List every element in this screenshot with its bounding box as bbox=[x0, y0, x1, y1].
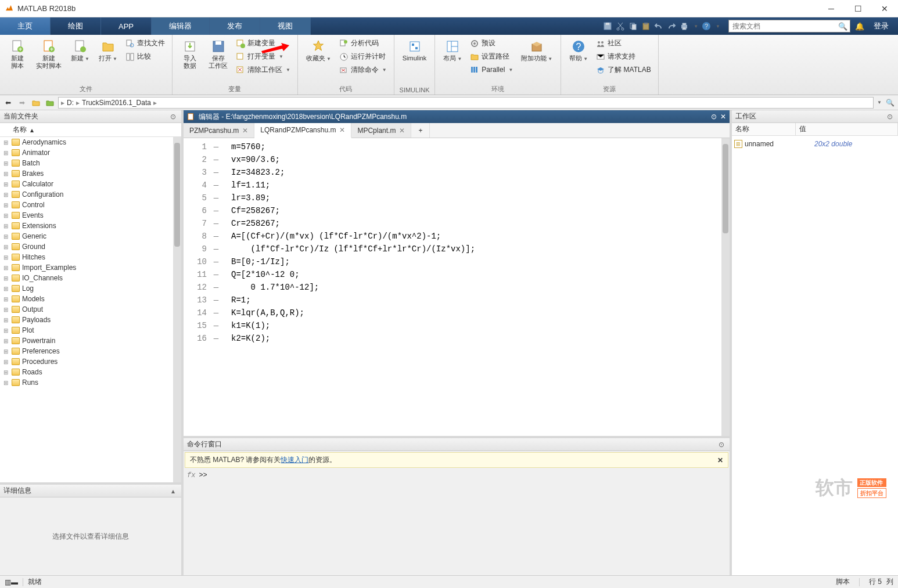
tab-publish[interactable]: 发布 bbox=[210, 17, 260, 35]
qat-dropdown-icon[interactable]: ▼ bbox=[694, 24, 698, 29]
workspace-body[interactable]: ⊞unnamed20x2 double bbox=[732, 136, 898, 575]
expand-icon[interactable]: ⊞ bbox=[3, 265, 9, 271]
tab-view[interactable]: 视图 bbox=[260, 17, 311, 35]
command-window-menu-button[interactable]: ⊙ bbox=[717, 440, 726, 449]
folder-item[interactable]: ⊞Batch bbox=[0, 158, 181, 168]
expand-icon[interactable]: ⊞ bbox=[3, 369, 9, 376]
folder-item[interactable]: ⊞Roads bbox=[0, 367, 181, 377]
addons-button[interactable]: 附加功能▼ bbox=[518, 37, 556, 65]
expand-icon[interactable]: ⊞ bbox=[3, 244, 9, 250]
new-button[interactable]: 新建▼ bbox=[67, 37, 93, 65]
folder-item[interactable]: ⊞Events bbox=[0, 210, 181, 221]
paste-icon[interactable] bbox=[641, 21, 651, 31]
expand-icon[interactable]: ⊞ bbox=[3, 348, 9, 355]
login-button[interactable]: 登录 bbox=[869, 21, 893, 31]
folder-item[interactable]: ⊞Brakes bbox=[0, 168, 181, 179]
analyze-code-button[interactable]: 分析代码 bbox=[337, 37, 389, 49]
name-column[interactable]: 名称 bbox=[13, 125, 27, 135]
folder-item[interactable]: ⊞IO_Channels bbox=[0, 273, 181, 283]
notification-icon[interactable]: 🔔 bbox=[855, 22, 864, 31]
expand-icon[interactable]: ⊞ bbox=[3, 181, 9, 187]
copy-icon[interactable] bbox=[628, 21, 638, 31]
path-drive[interactable]: D: bbox=[64, 99, 76, 107]
ws-value-col[interactable]: 值 bbox=[796, 123, 898, 135]
editor-tab[interactable]: LQRandPZMPcanshu.m✕ bbox=[254, 123, 351, 138]
parallel-button[interactable]: Parallel ▼ bbox=[468, 64, 515, 75]
current-folder-menu-button[interactable]: ⊙ bbox=[168, 112, 178, 121]
tab-close-button[interactable]: ✕ bbox=[242, 127, 248, 135]
request-support-button[interactable]: 请求支持 bbox=[594, 50, 653, 63]
editor-menu-button[interactable]: ⊙ bbox=[711, 113, 717, 121]
ws-name-col[interactable]: 名称 bbox=[732, 123, 796, 135]
folder-item[interactable]: ⊞Log bbox=[0, 283, 181, 294]
tab-editor[interactable]: 编辑器 bbox=[152, 17, 210, 35]
path-search-button[interactable]: 🔍 bbox=[884, 97, 896, 109]
search-docs-input[interactable] bbox=[729, 22, 836, 30]
folder-item[interactable]: ⊞Control bbox=[0, 200, 181, 210]
quick-start-link[interactable]: 快速入门 bbox=[281, 455, 308, 465]
expand-icon[interactable]: ⊞ bbox=[3, 254, 9, 261]
layout-button[interactable]: 布局▼ bbox=[440, 37, 465, 65]
path-history-button[interactable]: ▼ bbox=[877, 100, 882, 105]
folder-item[interactable]: ⊞Aerodynamics bbox=[0, 137, 181, 147]
nav-up-button[interactable] bbox=[30, 97, 42, 109]
favorites-button[interactable]: 收藏夹▼ bbox=[303, 37, 335, 65]
nav-back-button[interactable]: ⬅ bbox=[2, 97, 14, 109]
tab-apps[interactable]: APP bbox=[101, 17, 152, 35]
expand-icon[interactable]: ⊞ bbox=[3, 327, 9, 334]
community-button[interactable]: 社区 bbox=[594, 37, 653, 49]
minimize-button[interactable]: ─ bbox=[818, 0, 845, 17]
nav-forward-button[interactable]: ➡ bbox=[16, 97, 28, 109]
command-input-area[interactable]: fx >> bbox=[184, 469, 730, 575]
expand-icon[interactable]: ⊞ bbox=[3, 338, 9, 344]
undo-icon[interactable] bbox=[654, 21, 663, 31]
nav-browse-button[interactable] bbox=[44, 97, 56, 109]
expand-icon[interactable]: ⊞ bbox=[3, 192, 9, 198]
folder-item[interactable]: ⊞Hitches bbox=[0, 252, 181, 262]
clear-commands-button[interactable]: 清除命令 ▼ bbox=[337, 64, 389, 76]
save-icon[interactable] bbox=[603, 21, 612, 31]
save-workspace-button[interactable]: 保存工作区 bbox=[205, 37, 231, 72]
editor-tab[interactable]: MPCplant.m✕ bbox=[351, 123, 411, 138]
search-icon[interactable]: 🔍 bbox=[836, 22, 850, 31]
expand-icon[interactable]: ⊞ bbox=[3, 317, 9, 323]
folder-item[interactable]: ⊞Runs bbox=[0, 377, 181, 388]
tab-home[interactable]: 主页 bbox=[0, 17, 51, 35]
folder-item[interactable]: ⊞Ground bbox=[0, 241, 181, 252]
banner-close-button[interactable]: ✕ bbox=[717, 456, 723, 464]
learn-matlab-button[interactable]: 了解 MATLAB bbox=[594, 64, 653, 76]
compare-button[interactable]: 比较 bbox=[123, 50, 167, 63]
find-files-button[interactable]: 查找文件 bbox=[123, 37, 167, 49]
new-script-button[interactable]: +新建脚本 bbox=[5, 37, 30, 72]
folder-item[interactable]: ⊞Extensions bbox=[0, 221, 181, 231]
folder-item[interactable]: ⊞Powertrain bbox=[0, 336, 181, 346]
editor-body[interactable]: 12345678910111213141516 ————————————————… bbox=[184, 138, 730, 436]
expand-icon[interactable]: ⊞ bbox=[3, 296, 9, 302]
folder-item[interactable]: ⊞Calculator bbox=[0, 179, 181, 189]
close-button[interactable]: ✕ bbox=[871, 0, 898, 17]
folder-item[interactable]: ⊞Import_Examples bbox=[0, 262, 181, 273]
editor-scrollbar[interactable] bbox=[721, 138, 730, 436]
folder-item[interactable]: ⊞Generic bbox=[0, 231, 181, 241]
simulink-button[interactable]: Simulink bbox=[399, 37, 430, 64]
open-button[interactable]: 打开▼ bbox=[95, 37, 121, 65]
redo-icon[interactable] bbox=[667, 21, 676, 31]
new-tab-button[interactable]: + bbox=[411, 123, 430, 138]
folder-item[interactable]: ⊞Preferences bbox=[0, 346, 181, 356]
folder-item[interactable]: ⊞Procedures bbox=[0, 356, 181, 367]
details-collapse-button[interactable]: ▴ bbox=[168, 486, 178, 496]
help-button[interactable]: ?帮助▼ bbox=[566, 37, 591, 65]
import-data-button[interactable]: 导入数据 bbox=[177, 37, 203, 72]
tab-close-button[interactable]: ✕ bbox=[399, 127, 405, 135]
expand-icon[interactable]: ⊞ bbox=[3, 223, 9, 229]
expand-icon[interactable]: ⊞ bbox=[3, 306, 9, 313]
workspace-variable[interactable]: ⊞unnamed20x2 double bbox=[734, 138, 896, 150]
path-input[interactable]: ▸ D: ▸ TruckSim2016.1_Data ▸ bbox=[58, 97, 874, 109]
clear-workspace-button[interactable]: 清除工作区 ▼ bbox=[234, 64, 293, 76]
expand-icon[interactable]: ⊞ bbox=[3, 212, 9, 219]
set-path-button[interactable]: 设置路径 bbox=[468, 50, 515, 63]
expand-icon[interactable]: ⊞ bbox=[3, 286, 9, 292]
editor-tab[interactable]: PZMPcanshu.m✕ bbox=[184, 123, 254, 138]
editor-close-button[interactable]: ✕ bbox=[720, 113, 726, 121]
folder-item[interactable]: ⊞Plot bbox=[0, 325, 181, 336]
